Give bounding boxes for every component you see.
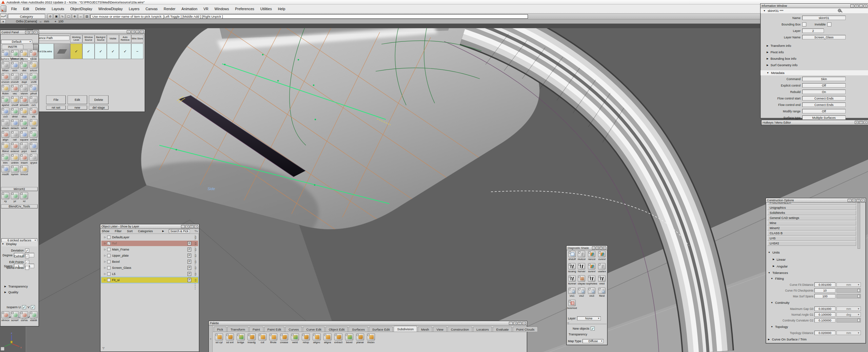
layer-assign-icon[interactable]: ▯	[195, 260, 196, 263]
shade-horver[interactable]: horver	[577, 263, 586, 274]
lister-resize-handle[interactable]: ▽	[102, 347, 104, 350]
tool-sd-cyl[interactable]: sd cyl	[215, 333, 223, 344]
menu-edit[interactable]: Edit	[20, 7, 32, 11]
topology-distance-field[interactable]: 0.020000	[814, 331, 835, 335]
expand-icon[interactable]: ▷	[104, 273, 106, 275]
close-icon[interactable]: ×	[34, 31, 38, 34]
layer-row-Ref[interactable]: ▷╱RefR▯	[101, 241, 198, 246]
tool-trmcvt[interactable]: trmcvt	[20, 165, 29, 176]
display-section-header[interactable]: ▼Display	[2, 241, 37, 246]
palette-titlebar[interactable]: Palette ↕ ≡ ▽ ×	[209, 321, 527, 326]
map-type-dropdown[interactable]: Diffuse▼	[583, 339, 604, 343]
collapse-icon[interactable]: ▽	[190, 225, 194, 228]
dropdown-arrow-icon[interactable]: ▼	[857, 332, 860, 334]
delete-button[interactable]: Delete	[89, 95, 108, 104]
tool-extract[interactable]: extract	[334, 333, 342, 344]
tool-attach[interactable]: attach	[1, 119, 10, 130]
shade-isoang[interactable]: isoang	[567, 263, 577, 274]
continuity-curvature-g2-field[interactable]: 0.100000	[814, 318, 835, 322]
tool-insert[interactable]: insert	[20, 154, 29, 164]
shade-vred[interactable]: vred	[597, 275, 607, 286]
resize-icon[interactable]: ↕	[181, 225, 185, 228]
dropdown-arrow-icon[interactable]: ▼	[857, 314, 860, 316]
section-pivot-info[interactable]: ▶Pivot info	[767, 49, 865, 55]
tool-thickn[interactable]: thickn	[367, 333, 375, 344]
menu-icon[interactable]: ≡	[855, 121, 859, 124]
layer-row-Fit_ui[interactable]: ▷Fit_uiP▯	[101, 277, 198, 283]
expand-icon[interactable]: ▷	[104, 242, 106, 245]
menu-icon[interactable]: ≡	[25, 31, 29, 34]
curve-fit-checkpoints-field[interactable]: 10	[814, 288, 835, 293]
preset-pro-engineer[interactable]: Pro/ENGINEER	[767, 203, 856, 205]
layer-assign-icon[interactable]: ▯	[195, 272, 196, 276]
prompt-line[interactable]: Use mouse or enter name of item to pick …	[91, 14, 528, 19]
expand-icon[interactable]: ▷	[104, 266, 106, 269]
shade-curevl[interactable]: curevl	[597, 251, 607, 262]
tool-dloc[interactable]: dloc	[20, 108, 29, 118]
layer-pickable-checkbox[interactable]	[107, 278, 111, 282]
tool-insedg[interactable]: insedg	[248, 333, 256, 344]
palette-grip[interactable]: ≡	[209, 326, 213, 352]
tab-point-clouds[interactable]: Point Clouds	[513, 327, 538, 332]
menu-icon[interactable]: ≡	[596, 246, 599, 249]
close-icon[interactable]: ×	[864, 4, 867, 7]
units-angular[interactable]: ▶Angular	[773, 263, 788, 270]
menu-icon[interactable]: ≡	[185, 225, 189, 228]
layer-row-L5[interactable]: ▷L5P▯	[101, 271, 198, 277]
reference-path-field[interactable]: ence Path	[38, 36, 70, 40]
shade-bosmod[interactable]: bosmod	[567, 300, 577, 311]
collapse-icon[interactable]: ▽	[599, 246, 603, 249]
flow-control-end-field[interactable]: Connect Ends	[802, 103, 846, 107]
metadata-section-header[interactable]: ▼Metadata	[761, 70, 868, 75]
tool-vec[interactable]: vec	[10, 85, 20, 95]
surface-type-field[interactable]: Multiple Surfaces	[802, 115, 846, 120]
layer-name-field[interactable]: Screen_Glass	[802, 35, 846, 39]
tool-plhull[interactable]: plhull	[29, 85, 38, 95]
menu-objectdisplay[interactable]: ObjectDisplay	[67, 7, 95, 11]
tool-untrim[interactable]: untrim	[10, 154, 20, 164]
layer-assign-icon[interactable]: ▯	[195, 242, 196, 245]
tool-srfillet[interactable]: srfillet	[29, 131, 38, 141]
information-window-titlebar[interactable]: Information Window ↕ ≡ ▵ ×	[761, 4, 868, 8]
tool-cv3[interactable]: cv3	[1, 108, 10, 118]
shade-vis2[interactable]: vis2	[577, 288, 586, 299]
resize-icon[interactable]: ↕	[592, 246, 595, 249]
units-linear[interactable]: ▶Linear	[773, 256, 788, 263]
isoparm-v-checkbox[interactable]: ✓	[31, 305, 35, 309]
max-surf-spans-field[interactable]: 100	[814, 294, 835, 298]
tool-flhole[interactable]: flhole	[269, 333, 277, 344]
shade-vis3[interactable]: vis3	[586, 288, 597, 299]
maximum-gap-g0-field[interactable]: 0.001000	[814, 307, 835, 311]
layer-row-Screen_Glass[interactable]: ▷Screen_GlassP▯	[101, 265, 198, 271]
tool-qryed[interactable]: qryed	[29, 154, 38, 164]
expand-icon[interactable]: ▷	[104, 236, 106, 239]
tool-planar[interactable]: planar	[356, 333, 364, 344]
layer-row-Main_Frame[interactable]: ▷Main_FrameP▯	[101, 247, 198, 252]
shade-usetex[interactable]: usetex	[597, 263, 607, 274]
tool-filflan[interactable]: filflan	[1, 61, 10, 72]
menu-vr[interactable]: VR	[200, 7, 212, 11]
del-stage-button[interactable]: del stage	[89, 106, 108, 110]
close-icon[interactable]: ×	[194, 225, 198, 228]
menu-icon[interactable]: ≡	[852, 199, 856, 202]
tool-xfrmcv[interactable]: xfrmcv	[1, 311, 10, 322]
tool-extend[interactable]: extend	[10, 142, 20, 153]
tab-object-edit[interactable]: Object Edit	[326, 327, 348, 332]
name-field[interactable]: skin#31	[802, 16, 846, 20]
tab-view[interactable]: View	[433, 327, 447, 332]
diagnostic-shade-titlebar[interactable]: Diagnostic Shade ↕ ≡ ▽ ×	[567, 246, 607, 250]
tab-construction[interactable]: Construction	[448, 327, 472, 332]
tool-circle[interactable]: circle	[29, 50, 38, 60]
expand-icon[interactable]: ▷	[104, 254, 106, 257]
tool-sphere[interactable]: sphere	[1, 50, 10, 60]
layer-pickable-checkbox[interactable]	[107, 254, 111, 257]
tool-crvcon[interactable]: crvcon	[1, 73, 10, 84]
tab-curves[interactable]: Curves	[285, 327, 302, 332]
topology-header[interactable]: ▼Topology	[771, 324, 788, 329]
bounding-box-checkbox[interactable]	[802, 22, 806, 26]
stage-check-cell[interactable]: ✓	[119, 43, 131, 59]
layer-field[interactable]: 2	[802, 29, 824, 33]
resize-icon[interactable]: ↕	[509, 322, 513, 325]
tab-surface-edit[interactable]: Surface Edit	[369, 327, 393, 332]
layer-pickable-checkbox[interactable]	[107, 260, 111, 263]
